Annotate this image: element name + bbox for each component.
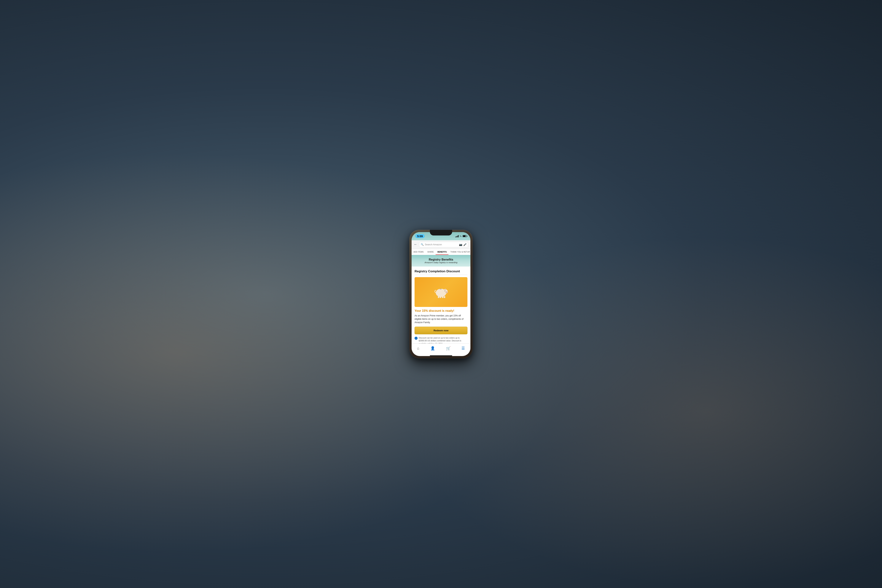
svg-rect-11 <box>442 296 443 298</box>
svg-rect-9 <box>438 296 440 298</box>
piggy-bank-image <box>415 277 467 307</box>
banner-subtitle: Amazon's baby registry is rewarding <box>415 261 467 264</box>
scene: 5:09 ∿ <box>0 0 882 588</box>
tab-add-items[interactable]: ADD ITEMS <box>412 249 425 255</box>
wifi-icon: ∿ <box>460 235 462 237</box>
piggy-bank-svg <box>433 285 449 299</box>
svg-rect-10 <box>440 296 441 298</box>
cart-icon: 🛒 <box>446 346 451 351</box>
nav-home[interactable]: ⌂ <box>417 346 419 351</box>
status-time: 5:09 <box>415 234 424 238</box>
phone-outer: 5:09 ∿ <box>410 230 472 358</box>
banner-title: Registry Benefits <box>415 258 467 261</box>
notch <box>430 230 452 236</box>
signal-bar-3 <box>457 236 458 237</box>
mic-icon[interactable]: 🎤 <box>464 243 466 246</box>
info-text-content: Discount can be used on up to two orders… <box>418 336 467 344</box>
search-bar[interactable]: 🔍 Search Amazon 📷 🎤 <box>419 242 468 248</box>
search-input[interactable]: Search Amazon <box>425 243 458 246</box>
svg-point-5 <box>445 291 445 291</box>
tab-navigation: ADD ITEMS SHARE BENEFITS THANK YOU & RET… <box>412 249 470 255</box>
nav-cart[interactable]: 🛒 <box>446 346 451 351</box>
search-icon: 🔍 <box>421 243 424 246</box>
signal-bar-2 <box>456 236 457 237</box>
tab-benefits[interactable]: BENEFITS <box>436 249 448 255</box>
home-indicator <box>430 356 452 356</box>
search-bar-container: ← 🔍 Search Amazon 📷 🎤 <box>412 240 470 249</box>
svg-point-3 <box>446 292 447 292</box>
info-icon: i <box>415 337 417 340</box>
svg-rect-12 <box>444 296 445 298</box>
camera-icon[interactable]: 📷 <box>459 243 462 246</box>
info-main-text: Discount can be used on up to two orders… <box>418 337 461 344</box>
redeem-now-button[interactable]: Redeem now <box>415 327 467 334</box>
svg-point-7 <box>445 289 446 290</box>
info-box: i Discount can be used on up to two orde… <box>415 336 467 344</box>
registry-banner: Registry Benefits Amazon's baby registry… <box>412 255 470 267</box>
bottom-navigation: ⌂ 👤 🛒 ☰ <box>412 344 470 355</box>
signal-bars-icon <box>455 235 459 237</box>
account-icon: 👤 <box>430 346 435 351</box>
back-button[interactable]: ← <box>414 243 417 246</box>
discount-headline: Your 15% discount is ready! <box>415 309 467 312</box>
content-area: Registry Completion Discount <box>412 267 470 344</box>
battery-icon <box>463 235 467 237</box>
svg-point-4 <box>447 292 447 292</box>
nav-account[interactable]: 👤 <box>430 346 435 351</box>
tab-share[interactable]: SHARE <box>425 249 435 255</box>
svg-point-2 <box>445 291 448 293</box>
scrollable-content: Registry Benefits Amazon's baby registry… <box>412 255 470 344</box>
battery-fill <box>463 236 466 237</box>
tab-thank-you[interactable]: THANK YOU & RETUR <box>448 249 470 255</box>
phone-screen: 5:09 ∿ <box>412 232 470 356</box>
menu-icon: ☰ <box>462 346 465 351</box>
signal-bar-4 <box>458 235 459 237</box>
discount-description: As an Amazon Prime member, you get 15% o… <box>415 314 467 324</box>
svg-rect-8 <box>440 289 441 289</box>
home-icon: ⌂ <box>417 346 419 351</box>
signal-bar-1 <box>455 237 456 237</box>
section-title: Registry Completion Discount <box>415 270 467 275</box>
nav-menu[interactable]: ☰ <box>462 346 465 351</box>
status-icons: ∿ <box>455 235 467 237</box>
